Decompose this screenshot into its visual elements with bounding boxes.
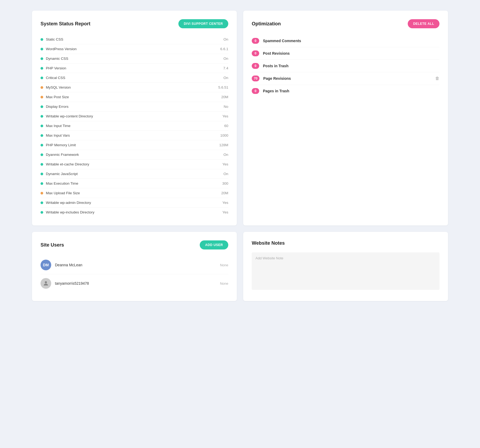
opt-badge: 0	[252, 63, 259, 69]
status-left: Dynamic CSS	[41, 57, 68, 61]
status-value: No	[224, 105, 228, 109]
status-label: Static CSS	[46, 37, 63, 41]
table-row: Max Input Time 60	[41, 121, 228, 131]
status-dot	[41, 134, 43, 137]
status-value: 5.6.51	[218, 85, 228, 89]
list-item: DM Deanna McLean None	[41, 256, 228, 274]
status-label: Max Input Vars	[46, 133, 70, 137]
status-dot	[41, 38, 43, 41]
list-item: 0 Posts in Trash	[252, 60, 439, 72]
list-item: tanyamorris5219478 None	[41, 274, 228, 292]
delete-all-button[interactable]: DELETE ALL	[408, 19, 439, 28]
status-left: Writable wp-content Directory	[41, 114, 93, 118]
status-value: Yes	[222, 162, 228, 166]
status-label: Max Input Time	[46, 124, 70, 128]
status-label: Dynamic JavaScript	[46, 172, 78, 176]
system-status-card: System Status Report DIVI SUPPORT CENTER…	[32, 11, 237, 225]
status-label: Writable et-cache Directory	[46, 162, 89, 166]
status-left: PHP Version	[41, 66, 66, 70]
status-label: Writable wp-admin Directory	[46, 201, 91, 205]
opt-label: Posts in Trash	[263, 64, 439, 68]
website-notes-input[interactable]	[252, 252, 439, 290]
status-dot	[41, 67, 43, 70]
status-dot	[41, 153, 43, 156]
status-value: On	[223, 172, 228, 176]
status-value: 20M	[221, 95, 228, 99]
status-value: On	[223, 153, 228, 157]
website-notes-header: Website Notes	[252, 240, 439, 246]
status-left: Max Input Time	[41, 124, 70, 128]
status-value: 6.6.1	[220, 47, 228, 51]
add-user-button[interactable]: ADD USER	[200, 240, 228, 249]
status-left: Writable wp-includes Directory	[41, 210, 94, 214]
status-value: 1000	[220, 133, 228, 137]
site-users-title: Site Users	[41, 242, 64, 248]
avatar: DM	[41, 260, 51, 270]
status-dot	[41, 57, 43, 60]
list-item: 0 Pages in Trash	[252, 85, 439, 97]
table-row: PHP Version 7.4	[41, 64, 228, 73]
status-dot	[41, 211, 43, 214]
website-notes-title: Website Notes	[252, 240, 285, 246]
user-role: None	[220, 282, 228, 286]
status-dot	[41, 201, 43, 204]
system-status-rows: Static CSS On WordPress Version 6.6.1 Dy…	[41, 35, 228, 217]
status-left: WordPress Version	[41, 47, 77, 51]
table-row: Dyanmic Framework On	[41, 150, 228, 160]
status-left: Max Input Vars	[41, 133, 70, 137]
status-label: Max Post Size	[46, 95, 69, 99]
table-row: Writable wp-content Directory Yes	[41, 112, 228, 121]
table-row: Critical CSS On	[41, 73, 228, 83]
table-row: Max Execution Time 300	[41, 179, 228, 188]
table-row: Max Post Size 20M	[41, 92, 228, 102]
status-value: 128M	[219, 143, 228, 147]
status-label: Max Execution Time	[46, 181, 78, 185]
status-dot	[41, 105, 43, 108]
system-status-header: System Status Report DIVI SUPPORT CENTER	[41, 19, 228, 28]
status-label: MySQL Version	[46, 85, 71, 89]
table-row: Writable wp-admin Directory Yes	[41, 198, 228, 208]
user-name: Deanna McLean	[55, 263, 216, 267]
divi-support-center-button[interactable]: DIVI SUPPORT CENTER	[178, 19, 228, 28]
list-item: 0 Post Revisions	[252, 47, 439, 60]
table-row: PHP Memory Limit 128M	[41, 140, 228, 150]
trash-icon[interactable]: 🗑	[435, 76, 439, 81]
status-dot	[41, 173, 43, 175]
status-value: 300	[222, 181, 228, 185]
table-row: Writable wp-includes Directory Yes	[41, 208, 228, 217]
optimization-card: Optimization DELETE ALL 0 Spammed Commen…	[243, 11, 448, 225]
status-value: 60	[224, 124, 228, 128]
avatar	[41, 278, 51, 289]
status-label: Display Errors	[46, 105, 69, 109]
site-users-header: Site Users ADD USER	[41, 240, 228, 249]
status-dot	[41, 115, 43, 118]
status-left: Display Errors	[41, 105, 69, 109]
opt-label: Post Revisions	[263, 51, 439, 55]
status-label: Dyanmic Framework	[46, 153, 79, 157]
status-label: Dynamic CSS	[46, 57, 68, 61]
opt-badge: 0	[252, 38, 259, 44]
opt-badge: 70	[252, 76, 259, 81]
status-left: Writable et-cache Directory	[41, 162, 89, 166]
status-left: Writable wp-admin Directory	[41, 201, 91, 205]
table-row: Dynamic CSS On	[41, 54, 228, 64]
status-value: 7.4	[223, 66, 228, 70]
opt-label: Pages in Trash	[263, 89, 439, 93]
status-dot	[41, 144, 43, 146]
list-item: 70 Page Revisions 🗑	[252, 72, 439, 85]
status-left: Dynamic JavaScript	[41, 172, 78, 176]
status-value: On	[223, 37, 228, 41]
status-left: Max Post Size	[41, 95, 69, 99]
opt-badge: 0	[252, 88, 259, 94]
website-notes-card: Website Notes	[243, 232, 448, 301]
status-left: Dyanmic Framework	[41, 153, 79, 157]
status-value: Yes	[222, 210, 228, 214]
status-left: PHP Memory Limit	[41, 143, 76, 147]
table-row: Max Upload File Size 20M	[41, 188, 228, 198]
status-left: Static CSS	[41, 37, 63, 41]
system-status-title: System Status Report	[41, 21, 90, 27]
status-dot	[41, 48, 43, 50]
user-name: tanyamorris5219478	[55, 281, 216, 286]
status-value: On	[223, 57, 228, 61]
status-left: MySQL Version	[41, 85, 71, 89]
